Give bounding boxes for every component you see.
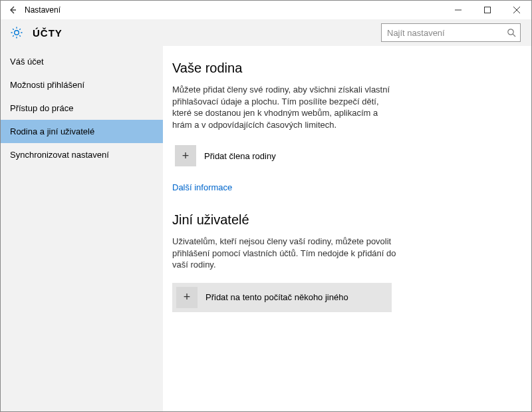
sidebar-item-sync[interactable]: Synchronizovat nastavení — [1, 143, 163, 166]
more-info-link[interactable]: Další informace — [172, 182, 232, 192]
add-family-member-button[interactable]: + Přidat člena rodiny — [172, 142, 392, 169]
arrow-left-icon — [8, 5, 17, 15]
maximize-button[interactable] — [473, 1, 502, 19]
add-other-user-button[interactable]: + Přidat na tento počítač někoho jiného — [172, 283, 392, 312]
close-button[interactable] — [502, 1, 531, 19]
sidebar-item-label: Přístup do práce — [10, 103, 73, 113]
section-text-family: Můžete přidat členy své rodiny, aby všic… — [172, 84, 398, 130]
page-title: ÚČTY — [33, 27, 381, 39]
plus-icon: + — [175, 145, 196, 166]
section-title-family: Vaše rodina — [172, 61, 511, 76]
maximize-icon — [484, 7, 491, 13]
plus-icon: + — [176, 287, 198, 308]
svg-point-1 — [15, 31, 19, 35]
sidebar-item-account[interactable]: Váš účet — [1, 50, 163, 73]
svg-point-2 — [508, 29, 513, 35]
sidebar-item-label: Váš účet — [10, 57, 44, 67]
minimize-button[interactable] — [444, 1, 473, 19]
search-input[interactable] — [387, 28, 507, 38]
gear-icon — [10, 26, 23, 39]
minimize-icon — [455, 7, 462, 13]
search-icon — [507, 28, 516, 37]
body: Váš účet Možnosti přihlášení Přístup do … — [1, 46, 531, 411]
section-title-other-users: Jiní uživatelé — [172, 212, 511, 228]
sidebar-item-family-users[interactable]: Rodina a jiní uživatelé — [1, 120, 163, 143]
header: ÚČTY — [1, 19, 531, 46]
titlebar: Nastavení — [1, 1, 531, 19]
close-icon — [513, 7, 520, 13]
sidebar-item-label: Synchronizovat nastavení — [10, 150, 109, 160]
search-box[interactable] — [381, 23, 521, 42]
sidebar-item-label: Možnosti přihlášení — [10, 80, 84, 90]
svg-rect-0 — [485, 7, 491, 13]
sidebar-item-signin-options[interactable]: Možnosti přihlášení — [1, 73, 163, 97]
add-other-user-label: Přidat na tento počítač někoho jiného — [205, 292, 348, 302]
sidebar-item-work-access[interactable]: Přístup do práce — [1, 97, 163, 120]
sidebar: Váš účet Možnosti přihlášení Přístup do … — [1, 46, 163, 411]
window-controls — [444, 1, 531, 19]
back-button[interactable] — [3, 1, 22, 19]
window-title: Nastavení — [22, 5, 444, 15]
section-text-other-users: Uživatelům, kteří nejsou členy vaší rodi… — [172, 236, 398, 271]
sidebar-item-label: Rodina a jiní uživatelé — [10, 126, 94, 136]
add-family-member-label: Přidat člena rodiny — [204, 151, 276, 161]
content: Vaše rodina Můžete přidat členy své rodi… — [163, 46, 531, 411]
